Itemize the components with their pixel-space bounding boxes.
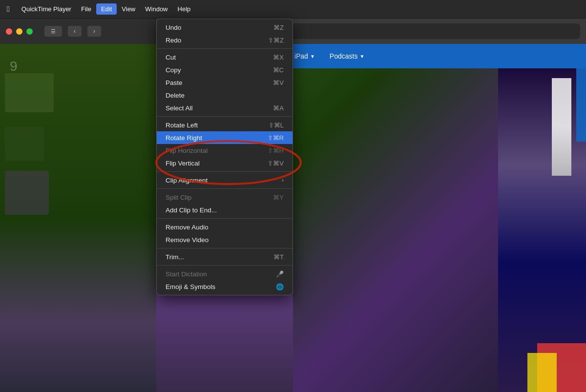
menu-item-trim[interactable]: Trim... ⌘T: [157, 250, 293, 263]
menu-item-paste[interactable]: Paste ⌘V: [157, 76, 293, 89]
menu-item-cut[interactable]: Cut ⌘X: [157, 51, 293, 63]
qt-toolbar: ☰ ‹ ›: [0, 19, 161, 44]
menu-label-clip-alignment: Clip Alignment: [166, 177, 282, 184]
menu-label-emoji-symbols: Emoji & Symbols: [166, 283, 276, 290]
apple-menu[interactable]: : [0, 5, 17, 14]
menu-label-remove-audio: Remove Audio: [166, 224, 284, 231]
menu-shortcut-start-dictation: 🎤: [276, 270, 284, 278]
divider-4: [157, 188, 293, 189]
back-button[interactable]: ‹: [68, 26, 82, 37]
menu-label-split-clip: Split Clip: [166, 194, 273, 201]
menubar-file[interactable]: File: [76, 3, 96, 15]
video-number: 9: [10, 59, 18, 74]
menu-label-flip-horizontal: Flip Horizontal: [166, 147, 268, 154]
clip-alignment-arrow: ›: [282, 177, 284, 184]
menu-item-remove-audio[interactable]: Remove Audio: [157, 221, 293, 233]
menu-label-add-clip: Add Clip to End...: [166, 206, 284, 214]
divider-5: [157, 218, 293, 219]
menu-item-redo[interactable]: Redo ⇧⌘Z: [157, 34, 293, 46]
menubar:  QuickTime Player File Edit View Window…: [0, 0, 586, 19]
menu-label-remove-video: Remove Video: [166, 236, 284, 244]
menu-label-cut: Cut: [166, 54, 273, 61]
menu-label-paste: Paste: [166, 79, 273, 86]
divider-3: [157, 171, 293, 172]
menu-label-rotate-right: Rotate Right: [166, 134, 268, 142]
menu-shortcut-paste: ⌘V: [273, 79, 284, 86]
menu-shortcut-cut: ⌘X: [273, 54, 284, 61]
menu-label-delete: Delete: [166, 92, 284, 99]
qt-video-area: 9: [0, 44, 161, 392]
nav-podcasts[interactable]: Podcasts ▼: [330, 52, 365, 60]
menu-shortcut-redo: ⇧⌘Z: [268, 37, 284, 44]
menubar-edit[interactable]: Edit: [96, 3, 117, 15]
menu-item-rotate-left[interactable]: Rotate Left ⇧⌘L: [157, 119, 293, 131]
menu-label-copy: Copy: [166, 66, 273, 74]
menu-item-clip-alignment[interactable]: Clip Alignment ›: [157, 174, 293, 186]
menu-shortcut-flip-horizontal: ⇧⌘H: [268, 147, 284, 154]
menu-item-undo[interactable]: Undo ⌘Z: [157, 21, 293, 34]
menu-item-emoji-symbols[interactable]: Emoji & Symbols 🌐: [157, 280, 293, 293]
menu-shortcut-undo: ⌘Z: [273, 24, 284, 31]
menu-item-split-clip[interactable]: Split Clip ⌘Y: [157, 191, 293, 204]
close-button[interactable]: [6, 28, 12, 35]
menubar-quicktime[interactable]: QuickTime Player: [17, 3, 76, 15]
divider-6: [157, 248, 293, 248]
podcasts-chevron: ▼: [359, 54, 364, 59]
menubar-help[interactable]: Help: [173, 3, 196, 15]
menu-label-flip-vertical: Flip Vertical: [166, 160, 268, 167]
menu-item-flip-horizontal[interactable]: Flip Horizontal ⇧⌘H: [157, 144, 293, 157]
menu-label-trim: Trim...: [166, 253, 273, 261]
menu-label-redo: Redo: [166, 37, 268, 44]
menu-label-undo: Undo: [166, 24, 273, 31]
divider-2: [157, 116, 293, 117]
menu-item-add-clip[interactable]: Add Clip to End...: [157, 204, 293, 216]
menu-shortcut-split-clip: ⌘Y: [273, 194, 284, 201]
divider-1: [157, 48, 293, 49]
menu-item-rotate-right[interactable]: Rotate Right ⇧⌘R: [157, 131, 293, 144]
edit-dropdown-menu: Undo ⌘Z Redo ⇧⌘Z Cut ⌘X Copy ⌘C Paste ⌘V…: [156, 19, 293, 295]
quicktime-window: ☰ ‹ › 9: [0, 19, 161, 392]
menu-item-delete[interactable]: Delete: [157, 89, 293, 102]
menu-label-select-all: Select All: [166, 104, 273, 112]
minimize-button[interactable]: [16, 28, 22, 35]
menu-shortcut-flip-vertical: ⇧⌘V: [268, 160, 284, 167]
menu-label-start-dictation: Start Dictation: [166, 270, 276, 278]
ipad-chevron: ▼: [310, 54, 315, 59]
maximize-button[interactable]: [26, 28, 33, 35]
menubar-window[interactable]: Window: [140, 3, 172, 15]
menubar-view[interactable]: View: [117, 3, 140, 15]
menu-shortcut-select-all: ⌘A: [273, 104, 284, 112]
menu-shortcut-trim: ⌘T: [273, 253, 284, 261]
menu-shortcut-rotate-left: ⇧⌘L: [269, 122, 284, 129]
menu-shortcut-copy: ⌘C: [273, 66, 284, 74]
menu-item-select-all[interactable]: Select All ⌘A: [157, 102, 293, 114]
menu-shortcut-emoji-symbols: 🌐: [276, 283, 284, 290]
menu-item-remove-video[interactable]: Remove Video: [157, 233, 293, 246]
sidebar-toggle[interactable]: ☰: [44, 26, 62, 37]
menu-item-start-dictation[interactable]: Start Dictation 🎤: [157, 268, 293, 280]
forward-button[interactable]: ›: [87, 26, 101, 37]
nav-ipad[interactable]: iPad ▼: [294, 52, 315, 60]
menu-shortcut-rotate-right: ⇧⌘R: [268, 134, 284, 142]
menu-item-copy[interactable]: Copy ⌘C: [157, 63, 293, 76]
divider-7: [157, 265, 293, 266]
menu-label-rotate-left: Rotate Left: [166, 122, 269, 129]
menu-item-flip-vertical[interactable]: Flip Vertical ⇧⌘V: [157, 157, 293, 169]
